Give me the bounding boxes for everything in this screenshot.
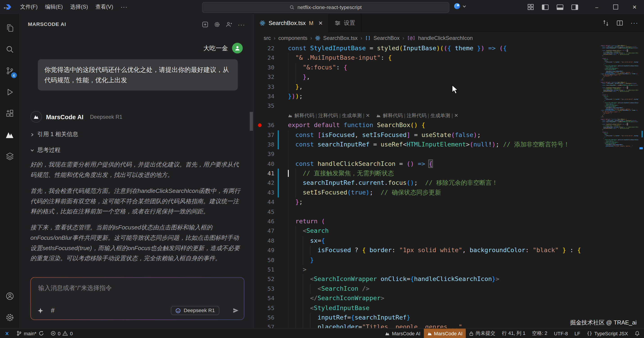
toggle-right-panel-icon[interactable] <box>571 4 578 10</box>
language-label: TypeScript JSX <box>594 330 628 336</box>
codelens-dismiss-icon[interactable]: ✕ <box>366 111 370 121</box>
codelens-comment[interactable]: 注释代码 <box>318 111 338 121</box>
close-button[interactable]: ✕ <box>625 0 644 14</box>
breadcrumb-separator: › <box>310 35 312 41</box>
problems-status[interactable]: 0 0 <box>47 328 76 338</box>
menu-view[interactable]: 查看(V) <box>92 0 117 14</box>
remote-indicator[interactable] <box>0 328 13 338</box>
indent-guide <box>288 149 296 159</box>
code-token: isFocused <box>318 247 351 254</box>
codelens-explain[interactable]: 解释代码 <box>383 111 403 121</box>
breadcrumb-item-method[interactable]: handleClickSearchIcon <box>418 35 473 41</box>
chat-more-icon[interactable]: ··· <box>238 21 245 28</box>
share-session-icon[interactable] <box>226 21 232 27</box>
breadcrumb-item-symbol[interactable]: SearchBox <box>374 35 400 41</box>
git-branch-status[interactable]: main* <box>13 328 47 338</box>
codelens-explain[interactable]: 解释代码 <box>294 111 314 121</box>
notifications-bell[interactable] <box>631 328 644 338</box>
code-token <box>474 44 477 52</box>
browser-profile-button[interactable] <box>454 3 466 10</box>
codelens-dismiss-icon[interactable]: ✕ <box>454 111 458 121</box>
line-number: 42 <box>254 178 274 188</box>
run-debug-icon[interactable] <box>0 81 20 103</box>
minimap[interactable]: 22const StyledInputBase = styled(InputBa… <box>600 44 638 209</box>
menu-file[interactable]: 文件(F) <box>16 0 42 14</box>
marscode-status-item[interactable]: MarsCode AI <box>382 328 424 338</box>
code-token: isFocused <box>606 61 612 63</box>
language-mode[interactable]: {} TypeScript JSX <box>584 328 631 338</box>
codelens-unittest[interactable]: 生成单测 <box>342 111 362 121</box>
account-icon[interactable] <box>0 285 20 307</box>
commit-status-item[interactable]: 尚未提交 <box>466 328 499 338</box>
indent-guide <box>303 284 310 294</box>
new-chat-icon[interactable] <box>202 21 208 27</box>
encoding[interactable]: UTF-8 <box>550 328 571 338</box>
split-editor-icon[interactable] <box>616 20 623 26</box>
code-line: 33}, <box>254 82 599 92</box>
codelens-unittest[interactable]: 生成单测 <box>430 111 450 121</box>
code-token: } <box>604 99 605 101</box>
chat-message-list[interactable]: 大吃一金 你觉得选中的这段代码还什么优化之处，请提出你的最好建议，从代码规范，性… <box>20 35 254 275</box>
code-token: [ <box>318 131 321 138</box>
code-token: } <box>295 83 299 90</box>
indent-guide <box>288 294 296 303</box>
chat-settings-gear-icon[interactable] <box>214 21 220 27</box>
maximize-button[interactable] <box>606 0 625 14</box>
line-number: 40 <box>254 159 274 169</box>
code-line: 50} <box>254 255 599 265</box>
ai-skill-icon[interactable] <box>37 307 44 313</box>
code-token: , <box>604 113 604 115</box>
codelens-comment[interactable]: 注释代码 <box>406 111 426 121</box>
toggle-left-panel-icon[interactable] <box>542 4 549 10</box>
code-token: = <box>366 44 377 52</box>
source-control-icon[interactable]: 4 <box>0 60 20 81</box>
forward-arrow-icon[interactable]: → <box>0 0 12 14</box>
compare-changes-icon[interactable] <box>602 20 609 26</box>
menu-selection[interactable]: 选择(S) <box>66 0 92 14</box>
ai-stack-icon[interactable] <box>0 145 20 167</box>
marscode-ai-icon[interactable] <box>0 124 20 145</box>
eol-setting[interactable]: LF <box>571 328 584 338</box>
chat-input-box[interactable]: 输入消息或者“/”来选择指令 # Deepseek R1 <box>30 277 244 320</box>
more-actions-icon[interactable]: ··· <box>630 19 638 27</box>
tab-searchbox[interactable]: SearchBox.tsx M ✕ <box>254 14 329 32</box>
breadcrumb-item-components[interactable]: components <box>278 35 307 41</box>
model-selector-button[interactable]: Deepseek R1 <box>171 306 220 315</box>
line-number: 38 <box>254 140 274 149</box>
code-token: )( <box>436 44 444 52</box>
codelens-row[interactable]: 解释代码 | 注释代码 | 生成单测 | ✕解释代码 | 注释代码 | 生成单测… <box>254 111 599 121</box>
minimize-button[interactable]: – <box>587 0 606 14</box>
marscode-active-item[interactable]: MarsCode AI <box>424 328 466 338</box>
code-token: ; <box>603 92 604 93</box>
extensions-icon[interactable] <box>0 103 20 124</box>
breadcrumb-item-src[interactable]: src <box>264 35 271 41</box>
indent-guide <box>288 236 296 246</box>
command-center-search[interactable]: netflix-clone-react-typescript <box>202 2 449 13</box>
code-text: // 直接触发聚焦，无需判断状态 <box>279 168 394 178</box>
search-icon[interactable] <box>0 39 20 60</box>
menu-edit[interactable]: 编辑(E) <box>42 0 66 14</box>
explorer-icon[interactable] <box>0 17 20 39</box>
menu-more[interactable]: ··· <box>117 4 132 10</box>
tab-settings[interactable]: 设置 <box>329 14 362 32</box>
code-token: () <box>406 160 414 167</box>
send-icon[interactable] <box>232 307 239 314</box>
context-hash-icon[interactable]: # <box>51 307 54 314</box>
indent-setting[interactable]: 空格: 2 <box>529 328 550 338</box>
code-token: handleClickSearchIcon <box>624 65 638 67</box>
grid-layout-icon[interactable] <box>528 4 534 10</box>
cursor-position[interactable]: 行 41, 列 1 <box>499 328 529 338</box>
thinking-toggle[interactable]: 思考过程 <box>30 146 243 154</box>
code-token: ) <box>292 93 295 100</box>
overview-ruler[interactable] <box>638 44 644 328</box>
settings-gear-icon[interactable] <box>0 307 20 328</box>
code-token: useState <box>422 131 451 138</box>
chat-scrollbar[interactable] <box>250 112 253 131</box>
citation-toggle[interactable]: 引用 1 相关信息 <box>30 131 243 138</box>
toggle-bottom-panel-icon[interactable] <box>556 4 564 10</box>
indent-guide <box>295 63 303 73</box>
code-editor[interactable]: 22const StyledInputBase = styled(InputBa… <box>254 44 644 328</box>
breadcrumb-item-file[interactable]: SearchBox.tsx <box>323 35 358 41</box>
close-tab-icon[interactable]: ✕ <box>318 20 323 26</box>
code-token: () <box>406 179 414 187</box>
